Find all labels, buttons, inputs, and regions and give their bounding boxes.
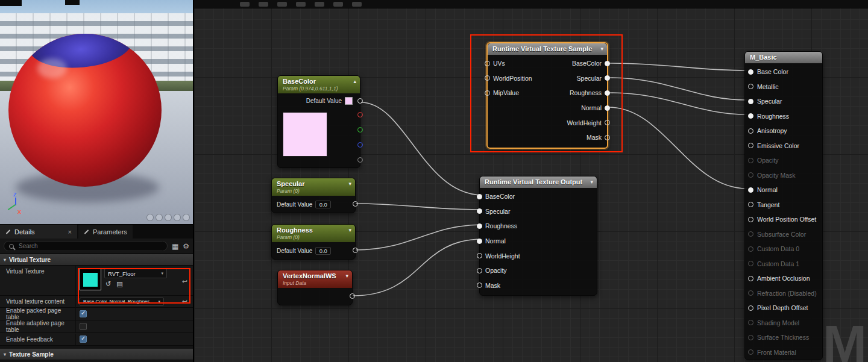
material-pin-row[interactable]: Custom Data 1 (745, 257, 822, 272)
input-pin[interactable] (748, 276, 753, 281)
value-input[interactable]: 0.0 (315, 247, 331, 255)
output-pin[interactable] (605, 120, 610, 125)
input-pin[interactable] (477, 282, 482, 288)
node-rvt-output[interactable]: Runtime Virtual Texture Output ▾ BaseCol… (479, 176, 597, 296)
input-pin-row[interactable]: Normal (477, 237, 506, 245)
input-pin[interactable] (748, 349, 753, 355)
collapse-icon[interactable]: ▾ (345, 273, 348, 279)
node-roughness-param[interactable]: Roughness Param (0) ▾ Default Value 0.0 (271, 224, 356, 260)
output-pin-b[interactable] (357, 142, 363, 148)
toolbar-icon[interactable] (277, 2, 287, 7)
material-pin-row[interactable]: Front Material (745, 345, 822, 360)
asset-thumbnail[interactable] (80, 269, 101, 290)
column-view-icon[interactable]: ▦ (172, 243, 178, 250)
preview-mesh-button[interactable] (165, 214, 172, 221)
input-pin[interactable] (485, 90, 490, 96)
node-header[interactable]: Runtime Virtual Texture Output ▾ (480, 176, 597, 188)
collapse-icon[interactable]: ▾ (348, 181, 351, 187)
input-pin-row[interactable]: WorldHeight (477, 252, 520, 260)
material-pin-row[interactable]: Opacity (745, 153, 822, 168)
collapse-icon[interactable]: ▾ (600, 46, 603, 52)
material-pin-row[interactable]: World Position Offset (745, 212, 822, 227)
input-pin-row[interactable]: Specular (477, 208, 510, 215)
output-pin[interactable] (605, 61, 610, 66)
node-header[interactable]: Roughness Param (0) ▾ (272, 225, 355, 242)
material-pin-row[interactable]: Normal (745, 183, 822, 198)
input-pin[interactable] (477, 223, 482, 229)
input-pin[interactable] (748, 128, 753, 134)
output-pin[interactable] (605, 105, 610, 111)
search-box[interactable] (4, 241, 168, 251)
input-pin[interactable] (748, 320, 753, 325)
node-header[interactable]: BaseColor Param (0.974,0.611,1,1) ▴ (278, 76, 360, 93)
material-graph-canvas[interactable]: M BaseColor Param (0.974,0.611,1,1) ▴ (193, 0, 868, 362)
output-pin-row[interactable]: Specular (577, 75, 610, 82)
close-icon[interactable]: × (68, 228, 72, 236)
output-pin[interactable] (350, 293, 355, 299)
input-pin[interactable] (748, 305, 753, 311)
gear-icon[interactable]: ⚙ (183, 243, 189, 250)
input-pin[interactable] (748, 172, 753, 178)
output-pin-g[interactable] (357, 127, 363, 133)
input-pin[interactable] (748, 69, 753, 75)
tab-details[interactable]: Details × (0, 225, 77, 239)
input-pin-row[interactable]: Roughness (477, 222, 517, 229)
material-pin-row[interactable]: Shading Model (745, 316, 822, 331)
toolbar-icon[interactable] (296, 2, 306, 7)
preview-mesh-button[interactable] (156, 214, 163, 221)
material-pin-row[interactable]: Refraction (Disabled) (745, 286, 822, 301)
material-pin-row[interactable]: Custom Data 0 (745, 242, 822, 257)
output-pin-row[interactable]: Roughness (570, 89, 610, 96)
collapse-icon[interactable]: ▾ (348, 227, 351, 233)
toolbar-icon[interactable] (259, 2, 268, 7)
browse-to-asset-icon[interactable]: ▤ (116, 281, 122, 287)
input-pin[interactable] (748, 113, 753, 119)
node-basecolor-param[interactable]: BaseColor Param (0.974,0.611,1,1) ▴ Defa… (277, 75, 360, 168)
toolbar-icon[interactable] (315, 2, 324, 7)
node-vertexnormalws[interactable]: VertexNormalWS Input Data ▾ (277, 270, 353, 305)
input-pin[interactable] (477, 268, 482, 273)
reset-to-default-icon[interactable]: ↩ (182, 298, 189, 305)
color-swatch[interactable] (345, 97, 353, 105)
node-header[interactable]: Runtime Virtual Texture Sample ▾ (488, 43, 607, 55)
material-pin-row[interactable]: Tangent (745, 198, 822, 213)
input-pin[interactable] (748, 84, 753, 89)
collapse-icon[interactable]: ▴ (353, 78, 356, 84)
material-pin-row[interactable]: Ambient Occlusion (745, 271, 822, 286)
input-pin[interactable] (477, 194, 482, 199)
output-pin-row[interactable]: Mask (587, 134, 610, 141)
input-pin[interactable] (485, 61, 490, 66)
output-pin-r[interactable] (357, 112, 363, 117)
material-pin-row[interactable]: Specular (745, 94, 822, 109)
node-specular-param[interactable]: Specular Param (0) ▾ Default Value 0.0 (271, 178, 356, 213)
input-pin[interactable] (748, 335, 753, 340)
content-dropdown[interactable]: Base Color, Normal, Roughness, Sp ▾ (80, 298, 164, 306)
material-pin-row[interactable]: Emissive Color (745, 139, 822, 154)
input-pin[interactable] (748, 246, 753, 252)
input-pin[interactable] (748, 231, 753, 237)
material-pin-row[interactable]: Pixel Depth Offset (745, 301, 822, 316)
input-pin-row[interactable]: UVs (485, 60, 505, 67)
output-pin-row[interactable]: Normal (581, 104, 610, 111)
input-pin-row[interactable]: MipValue (485, 89, 519, 96)
toolbar-icon[interactable] (333, 2, 343, 7)
input-pin[interactable] (477, 239, 482, 244)
toolbar-icon[interactable] (352, 2, 362, 7)
preview-mesh-button[interactable] (183, 214, 190, 221)
material-pin-row[interactable]: Opacity Mask (745, 168, 822, 183)
material-pin-row[interactable]: Roughness (745, 109, 822, 124)
search-input[interactable] (17, 242, 162, 250)
output-pin[interactable] (605, 75, 610, 81)
output-pin[interactable] (605, 135, 610, 140)
output-pin[interactable] (353, 201, 358, 207)
collapse-icon[interactable]: ▾ (590, 179, 593, 185)
input-pin[interactable] (748, 158, 753, 163)
output-pin[interactable] (353, 248, 358, 253)
category-virtual-texture[interactable]: ▾ Virtual Texture (0, 254, 193, 266)
input-pin[interactable] (748, 261, 753, 266)
output-pin[interactable] (605, 90, 610, 96)
input-pin[interactable] (477, 208, 482, 214)
output-pin-rgba[interactable] (357, 98, 363, 104)
node-material-result[interactable]: M_Basic Base Color Metallic Specular Rou… (744, 51, 823, 360)
input-pin[interactable] (748, 202, 753, 207)
